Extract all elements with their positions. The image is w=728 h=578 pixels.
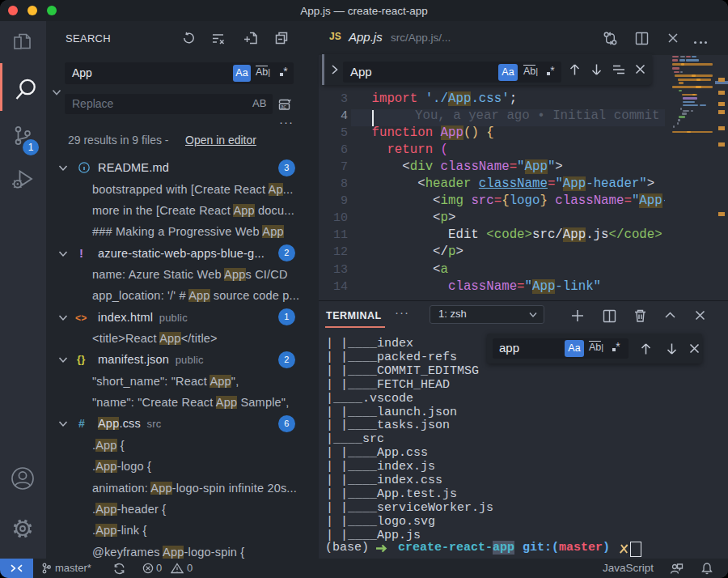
svg-text:ac: ac: [281, 104, 287, 109]
